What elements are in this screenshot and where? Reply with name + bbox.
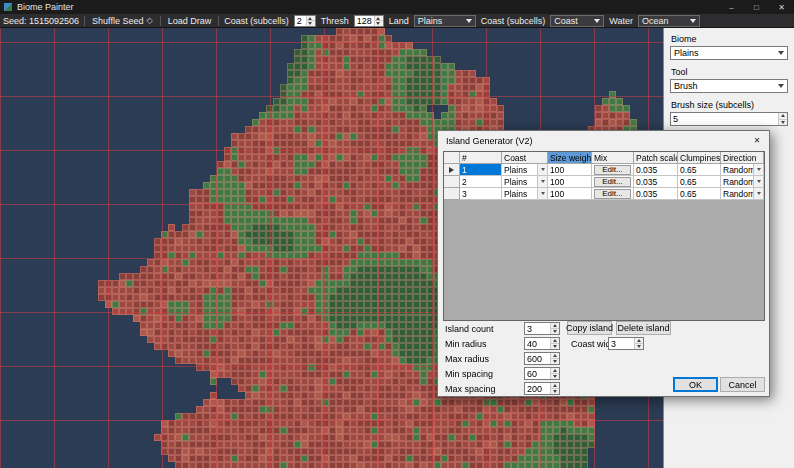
cell-coast[interactable]: Plains	[502, 188, 548, 200]
min-spacing-input[interactable]: 60	[524, 367, 560, 380]
ok-button[interactable]: OK	[673, 377, 718, 392]
spinner-icon[interactable]	[778, 113, 787, 125]
land-label: Land	[389, 16, 409, 26]
row-selector[interactable]	[444, 188, 460, 200]
app-icon	[4, 3, 12, 11]
column-header-patch-scale[interactable]: Patch scale	[634, 152, 678, 164]
titlebar: Biome Painter – □ ✕	[0, 0, 794, 14]
cell-num[interactable]: 3	[460, 188, 502, 200]
delete-island-button[interactable]: Delete island	[616, 321, 671, 335]
land-select[interactable]: Plains	[414, 15, 476, 27]
max-radius-input[interactable]: 600	[524, 352, 560, 365]
current-row-icon	[449, 167, 454, 173]
cell-mix: Edit...	[592, 164, 634, 176]
cell-mix: Edit...	[592, 188, 634, 200]
max-radius-label: Max radius	[445, 354, 489, 364]
spinner-icon[interactable]	[374, 16, 383, 26]
chevron-down-icon	[591, 16, 603, 26]
minimize-button[interactable]: –	[719, 0, 744, 14]
chevron-down-icon	[775, 47, 787, 59]
spinner-icon[interactable]	[634, 338, 643, 349]
cell-clumpiness[interactable]: 0.65	[678, 176, 721, 188]
cell-size-weight[interactable]: 100	[548, 164, 592, 176]
table-row[interactable]: 2 Plains 100 Edit... 0.035 0.65 Random	[444, 176, 764, 188]
cell-patch-scale[interactable]: 0.035	[634, 188, 678, 200]
shuffle-seed-button[interactable]: Shuffle Seed ◇	[90, 16, 155, 26]
coast-biome-select[interactable]: Coast	[550, 15, 604, 27]
dialog-titlebar[interactable]: Island Generator (V2) ✕	[438, 131, 769, 150]
thresh-label: Thresh	[321, 16, 349, 26]
cell-clumpiness[interactable]: 0.65	[678, 164, 721, 176]
cell-patch-scale[interactable]: 0.035	[634, 164, 678, 176]
spinner-icon[interactable]	[550, 323, 559, 334]
table-row[interactable]: 1 Plains 100 Edit... 0.035 0.65 Random	[444, 164, 764, 176]
chevron-down-icon[interactable]	[537, 188, 547, 199]
coast-biome-label: Coast (subcells)	[481, 16, 546, 26]
cell-direction[interactable]: Random	[721, 164, 764, 176]
cell-direction[interactable]: Random	[721, 188, 764, 200]
window-title: Biome Painter	[17, 2, 719, 12]
copy-island-button[interactable]: Copy island	[567, 321, 612, 335]
dialog-close-button[interactable]: ✕	[748, 133, 766, 148]
column-header-coast[interactable]: Coast	[502, 152, 548, 164]
island-count-input[interactable]: 3	[524, 322, 560, 335]
cell-clumpiness[interactable]: 0.65	[678, 188, 721, 200]
row-selector[interactable]	[444, 164, 460, 176]
column-header-clumpiness[interactable]: Clumpiness	[678, 152, 721, 164]
toolbar-separator	[84, 16, 85, 26]
shuffle-icon: ◇	[146, 16, 152, 25]
cell-direction[interactable]: Random	[721, 176, 764, 188]
biome-label: Biome	[671, 34, 788, 44]
coast-subcells-label: Coast (subcells)	[224, 16, 289, 26]
island-generator-dialog: Island Generator (V2) ✕ # Coast Size wei…	[437, 130, 770, 397]
close-button[interactable]: ✕	[769, 0, 794, 14]
edit-mix-button[interactable]: Edit...	[594, 177, 631, 187]
chevron-down-icon[interactable]	[753, 176, 763, 187]
chevron-down-icon[interactable]	[537, 164, 547, 175]
tool-select[interactable]: Brush	[670, 79, 788, 93]
edit-mix-button[interactable]: Edit...	[594, 189, 631, 199]
column-header-mix[interactable]: Mix	[592, 152, 634, 164]
table-row[interactable]: 3 Plains 100 Edit... 0.035 0.65 Random	[444, 188, 764, 200]
row-selector[interactable]	[444, 176, 460, 188]
chevron-down-icon[interactable]	[537, 176, 547, 187]
cell-mix: Edit...	[592, 176, 634, 188]
column-header-direction[interactable]: Direction	[721, 152, 764, 164]
spinner-icon[interactable]	[550, 368, 559, 379]
chevron-down-icon	[687, 16, 699, 26]
min-spacing-label: Min spacing	[445, 369, 493, 379]
water-select[interactable]: Ocean	[638, 15, 700, 27]
app-window: Biome Painter – □ ✕ Seed: 1515092506 Shu…	[0, 0, 794, 468]
cell-num[interactable]: 2	[460, 176, 502, 188]
load-draw-button[interactable]: Load Draw	[166, 16, 214, 26]
thresh-input[interactable]: 128	[354, 15, 384, 27]
grid-corner-cell[interactable]	[444, 152, 460, 164]
cell-size-weight[interactable]: 100	[548, 176, 592, 188]
cancel-button[interactable]: Cancel	[720, 377, 765, 392]
chevron-down-icon	[775, 80, 787, 92]
edit-mix-button[interactable]: Edit...	[594, 165, 631, 175]
cell-coast[interactable]: Plains	[502, 176, 548, 188]
toolbar-separator	[218, 16, 219, 26]
biome-select[interactable]: Plains	[670, 46, 788, 60]
cell-patch-scale[interactable]: 0.035	[634, 176, 678, 188]
maximize-button[interactable]: □	[744, 0, 769, 14]
spinner-icon[interactable]	[550, 353, 559, 364]
spinner-icon[interactable]	[550, 338, 559, 349]
min-radius-label: Min radius	[445, 339, 487, 349]
cell-coast[interactable]: Plains	[502, 164, 548, 176]
brush-size-input[interactable]: 5	[670, 112, 788, 126]
coast-subcells-input[interactable]: 2	[294, 15, 316, 27]
cell-size-weight[interactable]: 100	[548, 188, 592, 200]
min-radius-input[interactable]: 40	[524, 337, 560, 350]
max-spacing-input[interactable]: 200	[524, 382, 560, 395]
toolbar: Seed: 1515092506 Shuffle Seed ◇ Load Dra…	[0, 14, 794, 28]
coast-width-input[interactable]: 3	[608, 337, 644, 350]
column-header-num[interactable]: #	[460, 152, 502, 164]
spinner-icon[interactable]	[550, 383, 559, 394]
column-header-size-weight[interactable]: Size weight	[548, 152, 592, 164]
spinner-icon[interactable]	[306, 16, 315, 26]
cell-num[interactable]: 1	[460, 164, 502, 176]
chevron-down-icon[interactable]	[753, 164, 763, 175]
chevron-down-icon[interactable]	[753, 188, 763, 199]
